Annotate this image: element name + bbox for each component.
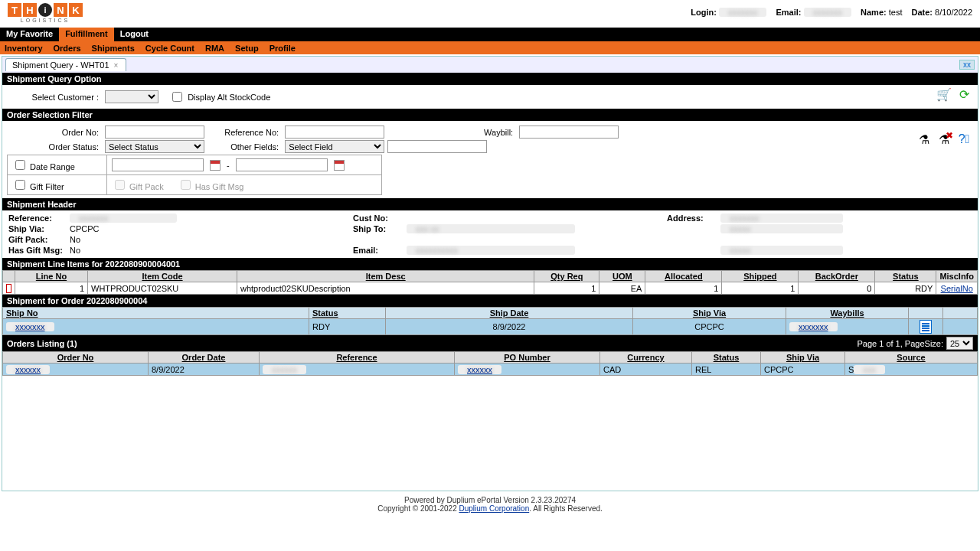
login-value: xxxxxxx [719,8,767,17]
section-line-items: Shipment Line Items for 2022080900004001 [2,258,978,270]
filter-icon[interactable]: ⚗ [916,132,932,147]
cell-qty-req: 1 [534,282,599,295]
date-range-checkbox[interactable] [15,160,25,170]
login-label: Login: [691,8,717,17]
date-from-input[interactable] [112,158,204,171]
has-gift-msg-checkbox [181,180,191,190]
col-line-no[interactable]: Line No [15,271,88,282]
gift-filter-checkbox[interactable] [15,180,25,190]
refresh-icon[interactable]: ⟳ [956,86,972,102]
nav-logout[interactable]: Logout [114,28,155,41]
hdr-cust-no-k: Cust No: [353,214,407,223]
cell-item-desc: whtproduct02SKUDescription [237,282,534,295]
gift-pack-label: Gift Pack [129,182,164,191]
ocol-status[interactable]: Status [692,352,761,364]
col-uom[interactable]: UOM [599,271,645,282]
scol-ship-no[interactable]: Ship No [3,308,309,319]
waybill-input[interactable] [519,126,619,139]
nav2-setup[interactable]: Setup [235,44,259,53]
scol-ship-via[interactable]: Ship Via [633,308,786,319]
ocol-order-no[interactable]: Order No [3,352,149,364]
col-status[interactable]: Status [875,271,936,282]
date-label: Date: [911,8,933,17]
scol-status[interactable]: Status [309,308,386,319]
order-no-input[interactable] [105,126,204,139]
close-tab-icon[interactable]: × [114,61,119,70]
order-status-select[interactable]: Select Status [105,140,204,153]
ocol-ship-via[interactable]: Ship Via [761,352,845,364]
gift-filter-label: Gift Filter [30,182,64,191]
ship-no-link[interactable]: xxxxxxx [6,322,54,331]
col-item-code[interactable]: Item Code [88,271,237,282]
line-item-row[interactable]: 1 WHTPRODUCT02SKU whtproduct02SKUDescrip… [3,282,978,295]
reference-no-input[interactable] [285,126,384,139]
other-fields-label: Other Fields: [217,142,279,152]
email-label: Email: [776,8,801,17]
other-fields-select[interactable]: Select Field [285,140,384,153]
document-icon[interactable] [920,320,932,334]
hdr-address-v3: xxxxx [720,246,843,255]
shipment-row[interactable]: xxxxxxx RDY 8/9/2022 CPCPC xxxxxxx [3,319,978,335]
col-item-desc[interactable]: Item Desc [237,271,534,282]
date-to-input[interactable] [236,158,328,171]
name-value: test [889,8,903,17]
serialno-link[interactable]: SerialNo [941,284,973,293]
col-qty-req[interactable]: Qty Req [534,271,599,282]
cart-icon[interactable]: 🛒 [936,86,952,102]
hdr-has-gift-msg-k: Has Gift Msg: [8,246,70,255]
display-alt-label: Display Alt StockCode [188,93,270,102]
calendar-to-icon[interactable] [334,160,345,171]
col-allocated[interactable]: Allocated [645,271,722,282]
ocol-order-date[interactable]: Order Date [149,352,260,364]
hdr-reference-k: Reference: [8,214,70,223]
nav2-rma[interactable]: RMA [205,44,224,53]
other-fields-input[interactable] [387,140,487,153]
ocol-source[interactable]: Source [845,352,978,364]
select-customer-label: Select Customer : [7,93,99,102]
nav2-inventory[interactable]: Inventory [5,44,43,53]
nav2-cycle-count[interactable]: Cycle Count [145,44,194,53]
ocol-reference[interactable]: Reference [260,352,455,364]
hdr-address-k: Address: [667,214,720,223]
ocol-po-number[interactable]: PO Number [455,352,600,364]
display-alt-checkbox[interactable] [172,92,182,102]
scol-ship-date[interactable]: Ship Date [386,308,633,319]
logo-n: N [54,3,67,17]
po-number-link[interactable]: xxxxxx [458,365,501,374]
logo-h: H [23,3,37,17]
nav2-shipments[interactable]: Shipments [92,44,135,53]
col-shipped[interactable]: Shipped [722,271,799,282]
cell-line-no: 1 [15,282,88,295]
cell-backorder: 0 [799,282,875,295]
order-no-link[interactable]: xxxxxx [6,365,50,374]
document-tab[interactable]: Shipment Query - WHT01 × [5,58,126,71]
waybill-link[interactable]: xxxxxxx [789,322,838,331]
date-range-label: Date Range [30,162,75,171]
ocol-currency[interactable]: Currency [600,352,692,364]
user-info: Login: xxxxxxx Email: xxxxxxx Name: test… [691,3,972,17]
nav2-profile[interactable]: Profile [270,44,296,53]
duplium-link[interactable]: Duplium Corporation [459,504,530,513]
logo-k: K [69,3,83,17]
hdr-email-v: xxxxxxxxxx [407,246,575,255]
name-label: Name: [861,8,887,17]
nav2-orders[interactable]: Orders [54,44,81,53]
hdr-reference-v: xxxxxxx [70,214,177,223]
calendar-from-icon[interactable] [210,160,220,171]
help-icon[interactable]: ?⃝ [956,132,972,147]
pagesize-select[interactable]: 25 [946,337,973,350]
nav-my-favorite[interactable]: My Favorite [0,28,59,41]
clear-filter-icon[interactable]: ⚗✖ [936,132,952,147]
scol-waybills[interactable]: Waybills [786,308,909,319]
cell-allocated: 1 [645,282,722,295]
select-customer-dropdown[interactable] [105,90,158,103]
ocell-reference: xxxxxx [263,365,306,374]
nav-fulfillment[interactable]: Fulfillment [59,28,114,41]
col-backorder[interactable]: BackOrder [799,271,875,282]
hdr-email-k: Email: [353,246,407,255]
scol-extra [943,308,978,319]
orders-row[interactable]: xxxxxx 8/9/2022 xxxxxx xxxxxx CAD REL CP… [3,364,978,376]
hdr-ship-via-v: CPCPC [70,224,177,233]
footer: Powered by Duplium ePortal Version 2.3.2… [0,496,980,517]
panel-close-button[interactable]: xx [959,60,975,70]
